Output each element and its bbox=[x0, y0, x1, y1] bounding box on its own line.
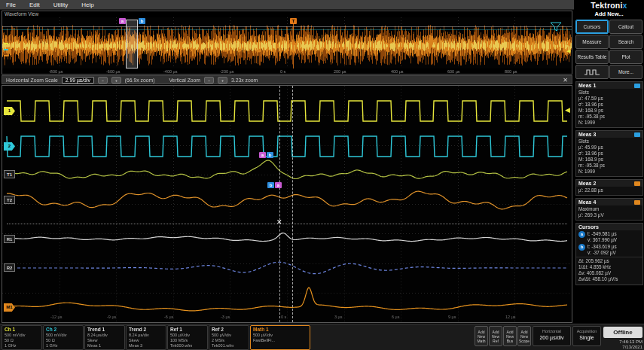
zoom-window-handle[interactable] bbox=[126, 20, 138, 68]
tektronix-logo: Tektronix bbox=[591, 1, 627, 10]
h-zoom-factor: (66.9x zoom) bbox=[125, 78, 155, 83]
overview-tick: -600 µs bbox=[106, 69, 120, 74]
menu-utility[interactable]: Utility bbox=[53, 2, 69, 8]
cursor-hline[interactable] bbox=[7, 224, 567, 224]
zoom-funnel-icon[interactable] bbox=[549, 21, 563, 32]
scope-app: File Edit Utility Help Tektronix Add New… bbox=[0, 0, 644, 350]
menu-help[interactable]: Help bbox=[81, 2, 93, 8]
channel-badge-trend1[interactable]: T1 bbox=[4, 170, 15, 178]
h-zoom-increase-button[interactable]: + bbox=[111, 77, 121, 84]
v-zoom-decrease-button[interactable]: − bbox=[204, 77, 214, 84]
trigger-level-arrow[interactable]: ◀ bbox=[565, 107, 570, 114]
overview-tick: 600 µs bbox=[447, 69, 460, 74]
trend1-source: Meas 1 bbox=[87, 343, 122, 348]
ref1-badge[interactable]: Ref 1 500 µV/div 100 MS/s Tek000.wfm bbox=[167, 325, 208, 350]
grid-marker-b-trend2[interactable]: b bbox=[267, 182, 274, 188]
ch1-badge[interactable]: Ch 1 500 mV/div 50 Ω 1 GHz bbox=[2, 325, 42, 350]
add-new-bus-button[interactable]: Add New Bus bbox=[503, 326, 517, 346]
meas1-source-chip bbox=[634, 84, 640, 88]
meas1-stat: σ': 18.96 ps bbox=[578, 102, 640, 108]
meas3-stats: Slots µ': 45.99 µs σ': 18.96 ps M: 168.9… bbox=[576, 138, 642, 176]
meas1-stats: Slots µ': 47.59 µs σ': 18.96 ps M: 168.9… bbox=[576, 89, 642, 127]
cursors-panel-header: Cursors bbox=[576, 224, 642, 230]
overview-tick: 200 µs bbox=[334, 69, 346, 74]
zoom-toolbar: Horizontal Zoom Scale 2.99 µs/div − + (6… bbox=[2, 75, 572, 84]
menu-file[interactable]: File bbox=[6, 2, 16, 8]
trend1-type: Skew bbox=[87, 338, 122, 343]
h-zoom-decrease-button[interactable]: − bbox=[98, 77, 108, 84]
cursors-button[interactable]: Cursors bbox=[575, 20, 609, 34]
scope-display-button[interactable] bbox=[575, 65, 609, 79]
meas1-stat: Slots bbox=[578, 90, 640, 96]
cursor-a-value: v: 367.990 µV bbox=[588, 237, 617, 243]
grid-marker-a-trend1[interactable]: a bbox=[259, 152, 266, 158]
add-scope-line: Scope bbox=[518, 339, 530, 343]
zoom-close-button[interactable]: ✕ bbox=[563, 77, 568, 84]
waveform-canvas bbox=[2, 86, 572, 322]
math1-badge[interactable]: Math 1 500 µV/div FastBellFi... bbox=[250, 325, 310, 350]
overview-marker-a[interactable]: a bbox=[119, 18, 126, 24]
menu-edit[interactable]: Edit bbox=[29, 2, 40, 8]
cursor-b-vline[interactable] bbox=[292, 86, 293, 322]
ref2-badge[interactable]: Ref 2 500 µV/div 2 MS/s Tek001.wfm bbox=[209, 325, 249, 350]
channel-badge-ref2[interactable]: R2 bbox=[4, 263, 15, 272]
search-button[interactable]: Search bbox=[609, 35, 642, 49]
horizontal-scale-value: 200 µs/div bbox=[533, 334, 570, 341]
meas2-header: Meas 2 bbox=[576, 180, 642, 187]
h-zoom-scale-input[interactable]: 2.99 µs/div bbox=[62, 77, 94, 84]
trend2-badge[interactable]: Trend 2 8.24 µs/div Skew Meas 3 bbox=[126, 325, 166, 350]
ch2-badge[interactable]: Ch 2 500 mV/div 50 Ω 1 GHz bbox=[43, 325, 84, 350]
horizontal-settings-badge[interactable]: Horizontal 200 µs/div bbox=[533, 326, 571, 346]
trigger-position-line bbox=[293, 24, 294, 68]
cursor-b-icon: b bbox=[578, 244, 585, 251]
measure-button[interactable]: Measure bbox=[575, 35, 609, 49]
add-new-math-button[interactable]: Add New Math bbox=[475, 326, 488, 346]
trend2-type: Skew bbox=[129, 338, 163, 343]
meas3-source-chip bbox=[634, 132, 640, 137]
cursor-a-vline[interactable] bbox=[279, 86, 280, 322]
cursor-a-icon: a bbox=[578, 231, 585, 238]
ref1-scale: 500 µV/div bbox=[170, 333, 205, 338]
cursor-b-readout: b t: -343.619 µs v: -37.092 µV bbox=[576, 243, 642, 256]
add-new-ref-button[interactable]: Add New Ref bbox=[489, 326, 502, 346]
plot-button[interactable]: Plot bbox=[609, 50, 642, 64]
cursors-panel-title: Cursors bbox=[578, 224, 599, 230]
overview-right-marker-yellow[interactable]: ◀ bbox=[566, 48, 570, 53]
meas2-badge[interactable]: Meas 2 µ': 22.88 µs bbox=[575, 179, 643, 196]
meas1-stat: µ': 47.59 µs bbox=[578, 96, 640, 102]
meas1-badge[interactable]: Meas 1 Slots µ': 47.59 µs σ': 18.96 ps M… bbox=[575, 81, 643, 128]
results-table-button[interactable]: Results Table bbox=[575, 50, 609, 64]
grid-tick: -9 µs bbox=[107, 315, 116, 319]
meas3-title: Meas 3 bbox=[578, 132, 596, 137]
meas4-stat: µ': 269.3 µV bbox=[578, 212, 640, 218]
add-new-scope-button[interactable]: Add New Scope bbox=[517, 326, 531, 346]
trend1-badge[interactable]: Trend 1 8.24 µs/div Skew Meas 1 bbox=[84, 325, 125, 350]
overview-marker-b[interactable]: b bbox=[139, 18, 145, 24]
cursor-cross-marker[interactable]: ✕ bbox=[276, 219, 282, 226]
channel-badge-trend2[interactable]: T2 bbox=[4, 196, 15, 204]
cursors-readout-panel[interactable]: Cursors a t: -549.581 µs v: 367.990 µV b… bbox=[575, 223, 643, 285]
meas4-source-chip bbox=[634, 200, 640, 205]
offline-button[interactable]: Offline bbox=[603, 327, 642, 338]
more-button[interactable]: More... bbox=[609, 65, 642, 79]
channel-badge-ref1[interactable]: R1 bbox=[4, 235, 15, 243]
math1-expression: FastBellFi... bbox=[253, 338, 307, 343]
brand-area: Tektronix bbox=[574, 0, 644, 11]
trigger-position-flag[interactable]: T bbox=[290, 18, 297, 24]
meas4-badge[interactable]: Meas 4 Maximum µ': 269.3 µV bbox=[575, 198, 643, 221]
cursor-delta-t: Δt: 205.962 µs bbox=[578, 258, 640, 264]
trend2-name: Trend 2 bbox=[129, 327, 163, 333]
meas1-stat: N: 1999 bbox=[578, 120, 640, 126]
overview-waveform-canvas bbox=[2, 17, 572, 68]
overview-right-marker-orange[interactable]: ◀ bbox=[566, 41, 570, 47]
callout-button[interactable]: Callout bbox=[609, 20, 642, 34]
grid-marker-a-trend2[interactable]: a bbox=[275, 182, 282, 188]
v-zoom-increase-button[interactable]: + bbox=[218, 77, 227, 84]
meas3-badge[interactable]: Meas 3 Slots µ': 45.99 µs σ': 18.96 ps M… bbox=[575, 130, 643, 177]
meas2-source-chip bbox=[634, 181, 640, 186]
grid-marker-b-trend1[interactable]: b bbox=[267, 152, 273, 158]
grid-tick: 6 µs bbox=[392, 315, 400, 319]
cursor-slope: Δv/Δt: 458.10 µV/s bbox=[578, 276, 640, 282]
grid-tick: 0 s bbox=[281, 315, 286, 319]
math1-name: Math 1 bbox=[253, 327, 307, 333]
